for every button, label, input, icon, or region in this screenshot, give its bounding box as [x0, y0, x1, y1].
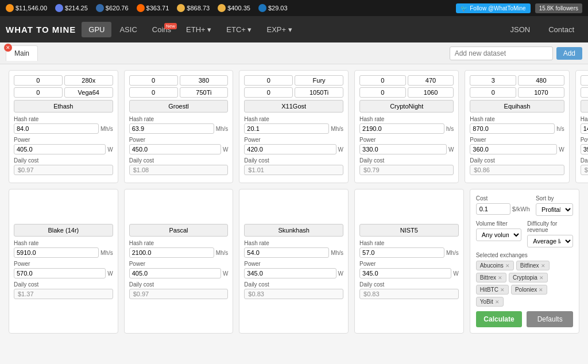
- volume-select[interactable]: Any volume > $1000 > $10000: [476, 229, 522, 241]
- gpu-type-750ti[interactable]: [180, 87, 229, 98]
- hashrate-input-skunkhash[interactable]: [244, 247, 329, 258]
- exchange-bitfinex[interactable]: Bitfinex ✕: [516, 261, 550, 270]
- remove-bittrex-icon[interactable]: ✕: [498, 275, 502, 281]
- power-unit-ethash: W: [107, 146, 113, 153]
- gpu-type-470[interactable]: [408, 75, 454, 86]
- exchange-hitbtc[interactable]: HitBTC ✕: [476, 285, 509, 295]
- sort-select[interactable]: Profitability 24h Profitability 1h Reven…: [536, 203, 573, 216]
- algo-btn-equihash[interactable]: Equihash: [470, 100, 564, 113]
- gpu-type-280x[interactable]: [64, 75, 113, 86]
- hashrate-input-equihash[interactable]: [470, 123, 555, 134]
- hashrate-input-lyra2rev2[interactable]: [581, 123, 588, 134]
- power-input-lyra2rev2[interactable]: [581, 144, 588, 154]
- power-input-pascal[interactable]: [129, 268, 221, 278]
- gpu-qty-280x[interactable]: [14, 75, 63, 86]
- gpu-qty-480[interactable]: [470, 75, 516, 86]
- gpu-qty-1060[interactable]: [359, 87, 406, 98]
- gpu-inputs-spacer-pascal: [129, 194, 229, 224]
- algo-card-nist5: NIST5 Hash rate Mh/s Power W Daily cost …: [354, 189, 464, 334]
- remove-abucoins-icon[interactable]: ✕: [505, 263, 510, 269]
- xrp-price: $620.76: [106, 5, 129, 11]
- algo-btn-groestl[interactable]: Groestl: [129, 100, 229, 113]
- ticker-right: 🐦 Follow @WhatToMine 15.8K followers: [456, 3, 582, 13]
- nav-gpu[interactable]: GPU: [82, 22, 111, 37]
- add-dataset-input[interactable]: [450, 47, 553, 60]
- daily-cost-x11gost: $1.01: [244, 165, 343, 175]
- power-input-blake14r[interactable]: [14, 268, 106, 278]
- hashrate-input-ethash[interactable]: [14, 123, 99, 134]
- nav-asic[interactable]: ASIC: [113, 22, 144, 37]
- gpu-type-1050ti[interactable]: [295, 87, 343, 98]
- algo-btn-blake14r[interactable]: Blake (14r): [14, 224, 113, 237]
- remove-yobit-icon[interactable]: ✕: [495, 299, 500, 305]
- power-input-nist5[interactable]: [359, 268, 451, 278]
- cost-label: Cost: [476, 195, 530, 202]
- add-button[interactable]: Add: [556, 47, 582, 60]
- hashrate-input-pascal[interactable]: [129, 247, 214, 258]
- algo-btn-x11gost[interactable]: X11Gost: [244, 100, 343, 113]
- zec2-price: $400.35: [227, 5, 250, 11]
- exchange-poloniex[interactable]: Poloniex ✕: [511, 285, 547, 295]
- exchange-cryptopia[interactable]: Cryptopia ✕: [509, 273, 548, 282]
- exchange-abucoins[interactable]: Abucoins ✕: [476, 261, 514, 270]
- power-input-x11gost[interactable]: [244, 144, 336, 154]
- twitter-icon: 🐦: [461, 5, 467, 11]
- gpu-qty-fury[interactable]: [244, 75, 293, 86]
- gpu-qty-380[interactable]: [129, 75, 178, 86]
- power-input-ethash[interactable]: [14, 144, 106, 154]
- gpu-inputs-spacer-skunkhash: [244, 194, 343, 224]
- gpu-type-vega64[interactable]: [64, 87, 113, 98]
- gpu-qty-1070ti[interactable]: [581, 87, 588, 98]
- algo-card-cryptonight: CryptoNight Hash rate h/s Power W Daily …: [354, 70, 459, 183]
- defaults-button[interactable]: Defaults: [527, 311, 573, 327]
- gpu-type-380[interactable]: [180, 75, 229, 86]
- main-tab[interactable]: ✕ Main: [6, 45, 38, 61]
- nav-coins[interactable]: Coins New: [145, 22, 178, 37]
- nav-etc[interactable]: ETC+ ▾: [219, 22, 258, 37]
- algo-btn-ethash[interactable]: Ethash: [14, 100, 113, 113]
- sort-label: Sort by: [536, 195, 573, 202]
- hashrate-input-blake14r[interactable]: [14, 247, 99, 258]
- algo-btn-cryptonight[interactable]: CryptoNight: [359, 100, 454, 113]
- remove-bitfinex-icon[interactable]: ✕: [541, 263, 546, 269]
- gpu-qty-vega64[interactable]: [14, 87, 63, 98]
- gpu-qty-470[interactable]: [359, 75, 406, 86]
- hashrate-input-nist5[interactable]: [359, 247, 444, 258]
- power-input-equihash[interactable]: [470, 144, 557, 154]
- exchange-bittrex[interactable]: Bittrex ✕: [476, 273, 506, 282]
- hashrate-input-cryptonight[interactable]: [359, 123, 444, 134]
- power-input-groestl[interactable]: [129, 144, 221, 154]
- exchange-yobit[interactable]: YoBit ✕: [476, 297, 504, 307]
- twitter-button[interactable]: 🐦 Follow @WhatToMine: [456, 3, 530, 13]
- remove-poloniex-icon[interactable]: ✕: [539, 287, 543, 293]
- algo-btn-skunkhash[interactable]: Skunkhash: [244, 224, 343, 237]
- difficulty-select[interactable]: Average last 24h Current Average last 1h: [527, 235, 573, 247]
- gpu-type-1060[interactable]: [408, 87, 454, 98]
- gpu-type-fury[interactable]: [295, 75, 343, 86]
- algo-btn-pascal[interactable]: Pascal: [129, 224, 229, 237]
- calculate-button[interactable]: Calculate: [476, 311, 523, 327]
- nav-json[interactable]: JSON: [502, 22, 539, 37]
- gpu-qty-570[interactable]: [581, 75, 588, 86]
- nav-contact[interactable]: Contact: [540, 22, 582, 37]
- tab-label: Main: [14, 49, 29, 57]
- cost-input[interactable]: [476, 203, 510, 215]
- nav-exp[interactable]: EXP+ ▾: [260, 22, 299, 37]
- nav-eth[interactable]: ETH+ ▾: [179, 22, 218, 37]
- hashrate-input-x11gost[interactable]: [244, 123, 329, 134]
- algo-btn-lyra2rev2[interactable]: Lyra2REv2: [581, 100, 588, 113]
- gpu-qty-750ti[interactable]: [129, 87, 178, 98]
- daily-cost-blake14r: $1.37: [14, 289, 113, 299]
- power-input-skunkhash[interactable]: [244, 268, 336, 278]
- gpu-type-1070[interactable]: [518, 87, 564, 98]
- remove-hitbtc-icon[interactable]: ✕: [500, 287, 505, 293]
- gpu-qty-1070[interactable]: [470, 87, 516, 98]
- gpu-type-480[interactable]: [518, 75, 564, 86]
- gpu-qty-1050ti[interactable]: [244, 87, 293, 98]
- remove-cryptopia-icon[interactable]: ✕: [539, 275, 544, 281]
- algo-btn-nist5[interactable]: NIST5: [359, 224, 459, 237]
- tab-close-icon[interactable]: ✕: [4, 44, 12, 52]
- hashrate-input-groestl[interactable]: [129, 123, 214, 134]
- xmr-price: $363.71: [146, 5, 169, 11]
- power-input-cryptonight[interactable]: [359, 144, 447, 154]
